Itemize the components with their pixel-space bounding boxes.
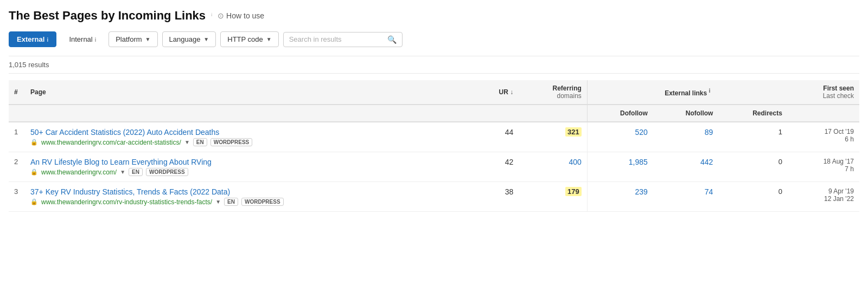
first-seen-date: 9 Apr '19 (793, 187, 854, 195)
dofollow-link[interactable]: 239 (635, 187, 647, 196)
row-dofollow: 1,985 (587, 152, 653, 182)
col-header-referring-domains: Referringdomains (519, 80, 587, 105)
last-check-date: 12 Jan '22 (793, 195, 854, 203)
page-url-row: 🔒 www.thewanderingrv.com/ ▼ EN WORDPRESS (30, 168, 470, 176)
lang-badge: EN (129, 168, 143, 176)
row-redirects: 1 (718, 122, 788, 152)
url-dropdown-icon[interactable]: ▼ (120, 169, 125, 175)
lang-badge: EN (224, 198, 238, 206)
results-count: 1,015 results (9, 56, 859, 74)
row-nofollow: 442 (653, 152, 719, 182)
col-subheader-redirects: Redirects (718, 105, 788, 122)
results-table: # Page UR ↓ Referringdomains External li… (9, 80, 859, 212)
search-icon: 🔍 (387, 35, 397, 44)
language-dropdown[interactable]: Language ▼ (162, 31, 216, 47)
page-url-link[interactable]: www.thewanderingrv.com/ (41, 168, 117, 176)
row-ur: 44 (476, 122, 519, 152)
col-header-first-seen: First seenLast check (788, 80, 859, 105)
dofollow-link[interactable]: 1,985 (629, 158, 648, 166)
page-title-link[interactable]: 37+ Key RV Industry Statistics, Trends &… (30, 187, 230, 196)
platform-badge: WORDPRESS (210, 138, 253, 146)
url-dropdown-icon[interactable]: ▼ (215, 199, 221, 205)
row-ur: 38 (476, 182, 519, 212)
page-header: The Best Pages by Incoming Links ⁱ ⊙ How… (9, 9, 859, 23)
row-nofollow: 74 (653, 182, 719, 212)
search-input[interactable] (289, 35, 384, 43)
row-page: 37+ Key RV Industry Statistics, Trends &… (25, 182, 476, 212)
table-row: 3 37+ Key RV Industry Statistics, Trends… (9, 182, 859, 212)
lock-icon: 🔒 (30, 168, 38, 176)
page-title: The Best Pages by Incoming Links (9, 9, 206, 23)
table-row: 2 An RV Lifestyle Blog to Learn Everythi… (9, 152, 859, 182)
platform-badge: WORDPRESS (146, 168, 188, 176)
first-seen-date: 17 Oct '19 (793, 128, 854, 135)
search-box: 🔍 (283, 32, 403, 47)
page-title-link[interactable]: An RV Lifestyle Blog to Learn Everything… (30, 158, 212, 166)
nofollow-link[interactable]: 442 (700, 158, 713, 166)
row-page: An RV Lifestyle Blog to Learn Everything… (25, 152, 476, 182)
nofollow-link[interactable]: 89 (705, 128, 713, 137)
table-body: 1 50+ Car Accident Statistics (2022) Aut… (9, 122, 859, 212)
table-row: 1 50+ Car Accident Statistics (2022) Aut… (9, 122, 859, 152)
row-dates: 9 Apr '19 12 Jan '22 (788, 182, 859, 212)
lang-badge: EN (193, 138, 207, 146)
table-subheader-row: Dofollow Nofollow Redirects (9, 105, 859, 122)
first-seen-date: 18 Aug '17 (793, 158, 854, 165)
row-ur: 42 (476, 152, 519, 182)
url-dropdown-icon[interactable]: ▼ (184, 139, 190, 145)
page-url-row: 🔒 www.thewanderingrv.com/car-accident-st… (30, 138, 470, 146)
nofollow-link[interactable]: 74 (705, 187, 713, 196)
page-url-link[interactable]: www.thewanderingrv.com/rv-industry-stati… (41, 198, 212, 206)
row-number: 3 (9, 182, 25, 212)
chevron-down-icon: ▼ (145, 36, 151, 42)
col-subheader-dofollow: Dofollow (587, 105, 653, 122)
page-url-row: 🔒 www.thewanderingrv.com/rv-industry-sta… (30, 198, 470, 206)
last-check-date: 7 h (793, 165, 854, 173)
col-header-page: Page (25, 80, 476, 105)
chevron-down-icon: ▼ (266, 36, 272, 42)
toolbar: Externali Internali Platform ▼ Language … (9, 31, 859, 47)
page-url-link[interactable]: www.thewanderingrv.com/car-accident-stat… (41, 139, 181, 146)
col-subheader-nofollow: Nofollow (653, 105, 719, 122)
row-referring-domains: 179 (519, 182, 587, 212)
referring-domains-link[interactable]: 400 (569, 158, 581, 166)
help-circle-icon: ⊙ (218, 11, 224, 20)
tab-internal[interactable]: Internali (61, 31, 104, 47)
tab-external[interactable]: Externali (9, 31, 56, 47)
row-dofollow: 239 (587, 182, 653, 212)
last-check-date: 6 h (793, 135, 854, 143)
row-redirects: 0 (718, 182, 788, 212)
platform-badge: WORDPRESS (241, 198, 284, 206)
platform-dropdown[interactable]: Platform ▼ (108, 31, 157, 47)
row-number: 1 (9, 122, 25, 152)
row-dates: 17 Oct '19 6 h (788, 122, 859, 152)
page-title-link[interactable]: 50+ Car Accident Statistics (2022) Auto … (30, 128, 219, 137)
row-nofollow: 89 (653, 122, 719, 152)
row-referring-domains: 321 (519, 122, 587, 152)
col-header-ur[interactable]: UR ↓ (476, 80, 519, 105)
col-header-num: # (9, 80, 25, 105)
row-referring-domains: 400 (519, 152, 587, 182)
title-info-icon[interactable]: ⁱ (211, 12, 212, 20)
dofollow-link[interactable]: 520 (635, 128, 647, 137)
highlighted-value: 179 (565, 187, 582, 196)
row-dates: 18 Aug '17 7 h (788, 152, 859, 182)
row-number: 2 (9, 152, 25, 182)
highlighted-value: 321 (565, 127, 582, 137)
chevron-down-icon: ▼ (203, 36, 209, 42)
row-page: 50+ Car Accident Statistics (2022) Auto … (25, 122, 476, 152)
lock-icon: 🔒 (30, 139, 38, 146)
col-header-external-links: External links i (587, 80, 788, 105)
how-to-use-link[interactable]: ⊙ How to use (218, 11, 264, 20)
lock-icon: 🔒 (30, 198, 38, 205)
row-dofollow: 520 (587, 122, 653, 152)
table-header-row: # Page UR ↓ Referringdomains External li… (9, 80, 859, 105)
http-code-dropdown[interactable]: HTTP code ▼ (220, 31, 278, 47)
sort-icon: ↓ (510, 88, 513, 96)
row-redirects: 0 (718, 152, 788, 182)
